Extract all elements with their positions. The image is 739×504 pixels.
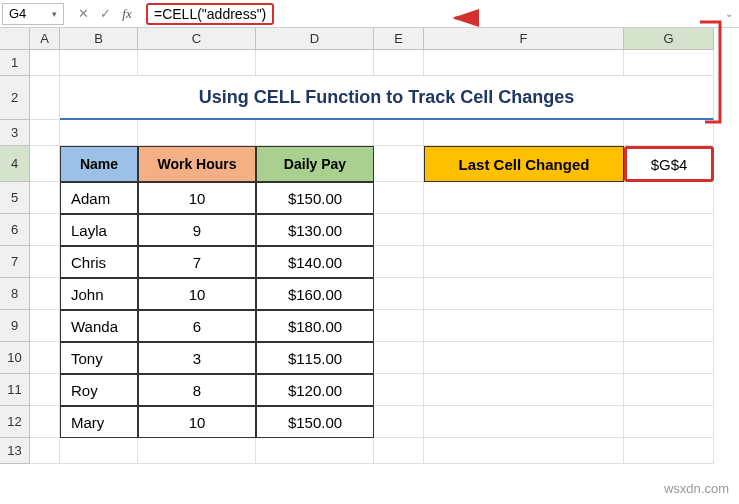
cell-E10[interactable] [374,342,424,374]
cell-B13[interactable] [60,438,138,464]
row-header-2[interactable]: 2 [0,76,30,120]
column-header-F[interactable]: F [424,28,624,50]
row-header-11[interactable]: 11 [0,374,30,406]
cell-E4[interactable] [374,146,424,182]
cell-E6[interactable] [374,214,424,246]
column-header-G[interactable]: G [624,28,714,50]
cell-A3[interactable] [30,120,60,146]
last-changed-value[interactable]: $G$4 [624,146,714,182]
cell-C1[interactable] [138,50,256,76]
cell-A5[interactable] [30,182,60,214]
fx-icon[interactable]: fx [116,3,138,25]
cell-C3[interactable] [138,120,256,146]
table-row[interactable]: $150.00 [256,406,374,438]
table-row[interactable]: 9 [138,214,256,246]
cell-G3[interactable] [624,120,714,146]
cell-G12[interactable] [624,406,714,438]
table-row[interactable]: 6 [138,310,256,342]
cell-A7[interactable] [30,246,60,278]
table-row[interactable]: $160.00 [256,278,374,310]
cell-G5[interactable] [624,182,714,214]
table-row[interactable]: Tony [60,342,138,374]
table-row[interactable]: 3 [138,342,256,374]
cell-F8[interactable] [424,278,624,310]
cell-C4[interactable]: Work Hours [138,146,256,182]
cell-C13[interactable] [138,438,256,464]
cancel-icon[interactable]: ✕ [72,3,94,25]
table-row[interactable]: $120.00 [256,374,374,406]
confirm-icon[interactable]: ✓ [94,3,116,25]
row-header-10[interactable]: 10 [0,342,30,374]
row-header-5[interactable]: 5 [0,182,30,214]
row-header-3[interactable]: 3 [0,120,30,146]
table-row[interactable]: $150.00 [256,182,374,214]
cell-E1[interactable] [374,50,424,76]
cell-D3[interactable] [256,120,374,146]
select-all-corner[interactable] [0,28,30,50]
table-row[interactable]: John [60,278,138,310]
table-row[interactable]: Adam [60,182,138,214]
cell-E3[interactable] [374,120,424,146]
cell-D1[interactable] [256,50,374,76]
row-header-7[interactable]: 7 [0,246,30,278]
table-row[interactable]: Chris [60,246,138,278]
expand-icon[interactable]: ⌄ [719,8,739,19]
cell-F7[interactable] [424,246,624,278]
cell-A8[interactable] [30,278,60,310]
grid[interactable]: Using CELL Function to Track Cell Change… [30,50,714,464]
cell-E8[interactable] [374,278,424,310]
cell-B1[interactable] [60,50,138,76]
row-header-6[interactable]: 6 [0,214,30,246]
table-row[interactable]: $130.00 [256,214,374,246]
cell-F9[interactable] [424,310,624,342]
cell-F6[interactable] [424,214,624,246]
table-row[interactable]: 10 [138,406,256,438]
cell-E9[interactable] [374,310,424,342]
cell-F1[interactable] [424,50,624,76]
table-row[interactable]: $180.00 [256,310,374,342]
cell-A10[interactable] [30,342,60,374]
row-header-4[interactable]: 4 [0,146,30,182]
cell-E13[interactable] [374,438,424,464]
table-row[interactable]: Layla [60,214,138,246]
cell-E12[interactable] [374,406,424,438]
table-row[interactable]: 10 [138,182,256,214]
cell-D13[interactable] [256,438,374,464]
cell-A12[interactable] [30,406,60,438]
formula-input[interactable]: =CELL("address") [138,3,719,25]
table-row[interactable]: Mary [60,406,138,438]
cell-A4[interactable] [30,146,60,182]
cell-B4[interactable]: Name [60,146,138,182]
cell-F10[interactable] [424,342,624,374]
row-header-8[interactable]: 8 [0,278,30,310]
cell-A11[interactable] [30,374,60,406]
column-header-E[interactable]: E [374,28,424,50]
row-header-13[interactable]: 13 [0,438,30,464]
row-header-9[interactable]: 9 [0,310,30,342]
cell-A1[interactable] [30,50,60,76]
cell-A2[interactable] [30,76,60,120]
row-header-12[interactable]: 12 [0,406,30,438]
title-cell[interactable]: Using CELL Function to Track Cell Change… [60,76,714,120]
cell-G6[interactable] [624,214,714,246]
cell-G7[interactable] [624,246,714,278]
name-box[interactable]: G4 ▾ [2,3,64,25]
table-row[interactable]: 7 [138,246,256,278]
table-row[interactable]: $140.00 [256,246,374,278]
column-header-D[interactable]: D [256,28,374,50]
cell-G9[interactable] [624,310,714,342]
cell-G13[interactable] [624,438,714,464]
cell-G8[interactable] [624,278,714,310]
cell-F13[interactable] [424,438,624,464]
cell-E11[interactable] [374,374,424,406]
table-row[interactable]: Roy [60,374,138,406]
cell-F3[interactable] [424,120,624,146]
table-row[interactable]: 8 [138,374,256,406]
column-header-C[interactable]: C [138,28,256,50]
cell-D4[interactable]: Daily Pay [256,146,374,182]
cell-G10[interactable] [624,342,714,374]
table-row[interactable]: $115.00 [256,342,374,374]
cell-F5[interactable] [424,182,624,214]
column-header-B[interactable]: B [60,28,138,50]
cell-B3[interactable] [60,120,138,146]
